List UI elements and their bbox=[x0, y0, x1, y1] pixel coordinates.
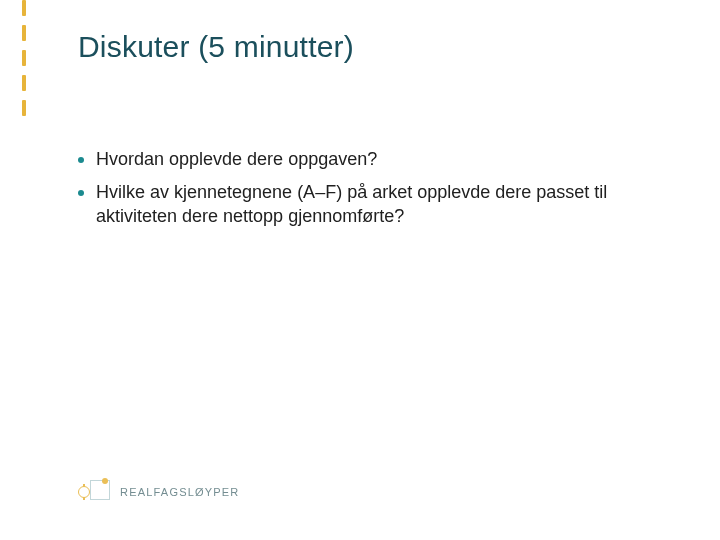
bullet-text: Hvilke av kjennetegnene (A–F) på arket o… bbox=[96, 181, 658, 228]
gear-icon bbox=[78, 486, 90, 498]
dash-segment bbox=[22, 0, 26, 16]
bullet-list: Hvordan opplevde dere oppgaven? Hvilke a… bbox=[78, 148, 658, 238]
decorative-dashes bbox=[22, 0, 26, 116]
dash-segment bbox=[22, 25, 26, 41]
bullet-icon bbox=[78, 157, 84, 163]
bullet-text: Hvordan opplevde dere oppgaven? bbox=[96, 148, 658, 171]
list-item: Hvordan opplevde dere oppgaven? bbox=[78, 148, 658, 171]
bullet-icon bbox=[78, 190, 84, 196]
logo-mark-icon bbox=[78, 480, 112, 504]
sun-icon bbox=[102, 478, 108, 484]
dash-segment bbox=[22, 75, 26, 91]
dash-segment bbox=[22, 50, 26, 66]
slide-title: Diskuter (5 minutter) bbox=[78, 30, 354, 64]
list-item: Hvilke av kjennetegnene (A–F) på arket o… bbox=[78, 181, 658, 228]
brand-logo: REALFAGSLØYPER bbox=[78, 480, 240, 504]
dash-segment bbox=[22, 100, 26, 116]
logo-text: REALFAGSLØYPER bbox=[120, 486, 240, 498]
